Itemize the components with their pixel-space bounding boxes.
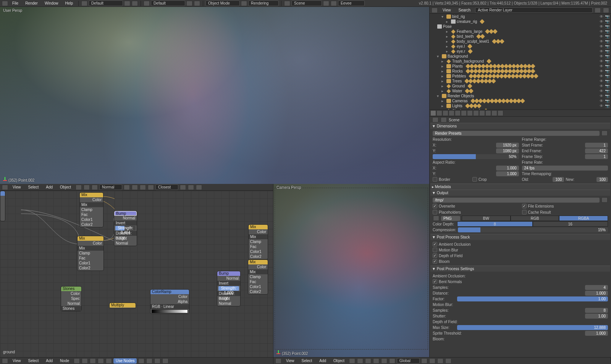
tab-render-layers[interactable] [436, 110, 442, 116]
visibility-toggles[interactable]: 👁📷 [600, 108, 609, 110]
sb-menu-add[interactable]: Add [43, 358, 56, 364]
expand-icon[interactable]: ▸ [446, 34, 450, 39]
outliner-type-icon[interactable] [432, 8, 438, 13]
fps[interactable]: 24 fps [522, 166, 608, 171]
ne-icon-2[interactable] [84, 185, 90, 190]
ne-icon-10[interactable] [196, 185, 202, 190]
scene-select[interactable]: Scene [291, 0, 322, 6]
tree-row[interactable]: Pose👁📷 [430, 24, 611, 29]
app-icon[interactable] [2, 1, 8, 6]
sb2-i9[interactable] [437, 358, 443, 364]
sb2-i1[interactable] [349, 358, 355, 364]
node-mix-1[interactable]: Mix Color Mix Clamp Fac Color1 Color2 [79, 192, 103, 227]
ne-menu-add[interactable]: Add [43, 184, 56, 190]
tree-row[interactable]: ▸Plants👁📷 [430, 64, 611, 69]
chk-ext[interactable] [522, 204, 527, 208]
expand-icon[interactable]: ▸ [446, 39, 450, 44]
node-colorramp[interactable]: ColorRamp Color Alpha RGB · Linear [150, 289, 189, 314]
expand-icon[interactable]: ▸ [441, 108, 445, 110]
filter-icon-2[interactable] [603, 8, 609, 13]
tab-particles[interactable] [491, 110, 497, 116]
visibility-toggles[interactable]: 👁📷 [600, 93, 609, 98]
ne-icon-9[interactable] [188, 185, 194, 190]
sb-i6[interactable] [138, 358, 144, 364]
sb-i3[interactable] [90, 358, 96, 364]
mb-shutter[interactable]: 1.00 [585, 314, 608, 319]
tree-row[interactable]: ▸creature_rig👁📷 [430, 19, 611, 24]
panel-output[interactable]: ▼ Output [430, 190, 610, 196]
ne-icon-5[interactable] [132, 185, 138, 190]
sb2-menu-select[interactable]: Select [299, 358, 315, 364]
tree-row[interactable]: ▸Water👁📷 [430, 89, 611, 93]
visibility-toggles[interactable]: 👁📷 [600, 24, 609, 29]
node-stones[interactable]: Stones Color Spec Normal Stones [61, 286, 82, 311]
filter-icon[interactable] [595, 8, 601, 13]
chk-mb[interactable] [433, 248, 437, 252]
shading-select[interactable]: Rendering [248, 0, 279, 6]
expand-icon[interactable]: ▸ [441, 59, 445, 64]
visibility-toggles[interactable]: 👁📷 [600, 103, 609, 108]
expand-icon[interactable]: ▸ [441, 98, 445, 103]
tab-object[interactable] [455, 110, 461, 116]
add-icon-2[interactable] [186, 1, 192, 6]
screen-layout-2[interactable]: Default [151, 0, 185, 6]
workspace-icon[interactable] [144, 1, 150, 6]
sb2-i10[interactable] [445, 358, 451, 364]
ne-icon-3[interactable] [92, 185, 98, 190]
tree-row[interactable]: ▸body_sculpt_level1👁📷 [430, 39, 611, 44]
mode-btn[interactable] [241, 1, 247, 6]
expand-icon[interactable]: ▸ [441, 79, 445, 84]
chk-bloom[interactable] [433, 259, 437, 264]
viewport-3d[interactable]: User Persp (352) Point.002 [0, 7, 429, 184]
compression[interactable]: 15% [458, 227, 608, 232]
node-mix-3[interactable]: Mix Color Mix Clamp Fac Color1 Color2 [248, 224, 268, 259]
folder-icon[interactable] [601, 197, 608, 203]
menu-render[interactable]: Render [22, 0, 41, 6]
tab-render[interactable] [430, 110, 436, 116]
visibility-toggles[interactable]: 👁📷 [600, 29, 609, 34]
tree-row[interactable]: ▸Trash_background👁📷 [430, 59, 611, 64]
mode-select[interactable]: Object Mode [205, 0, 240, 6]
sb2-menu-object[interactable]: Object [330, 358, 348, 364]
expand-icon[interactable]: ▸ [441, 84, 445, 89]
remap-new[interactable]: 100 [596, 177, 608, 182]
visibility-toggles[interactable]: 👁📷 [600, 84, 609, 89]
ne-menu-select[interactable]: Select [25, 184, 42, 190]
expand-icon[interactable]: ▸ [446, 44, 450, 49]
out-menu-view[interactable]: View [440, 7, 454, 13]
mb-samples[interactable]: 8 [585, 308, 608, 313]
tab-texture[interactable] [485, 110, 491, 116]
tree-row[interactable]: ▾Render Objects👁📷 [430, 93, 611, 98]
tab-physics[interactable] [498, 110, 503, 116]
output-path[interactable]: /tmp/ [433, 198, 600, 203]
scene-icon[interactable] [284, 1, 290, 6]
editor-type-icon[interactable] [2, 185, 8, 190]
out-menu-search[interactable]: Search [456, 7, 474, 13]
visibility-toggles[interactable]: 👁📷 [600, 64, 609, 69]
screen-icon[interactable] [81, 1, 87, 6]
color-ramp-gradient[interactable] [152, 309, 188, 313]
node-mix-4[interactable]: Mix Color Mix Clamp Fac Color1 Color2 [248, 259, 268, 295]
transform-orientation[interactable]: Global [397, 358, 420, 364]
sb2-menu-view[interactable]: View [283, 358, 297, 364]
chk-crop[interactable] [472, 177, 477, 182]
expand-icon[interactable]: ▸ [441, 64, 445, 69]
sb2-i8[interactable] [429, 358, 435, 364]
tree-row[interactable]: ▸Cameras👁📷 [430, 98, 611, 103]
sb2-i2[interactable] [357, 358, 363, 364]
aspect-x[interactable]: 1.000 [496, 166, 519, 171]
visibility-toggles[interactable]: 👁📷 [600, 34, 609, 39]
res-y[interactable]: 1080 px [496, 148, 519, 153]
expand-icon[interactable]: ▾ [437, 54, 441, 59]
visibility-toggles[interactable]: 👁📷 [600, 19, 609, 24]
visibility-toggles[interactable]: 👁📷 [600, 54, 609, 59]
res-x[interactable]: 1920 px [496, 143, 519, 148]
ao-distance[interactable]: 1.000 [585, 291, 608, 296]
expand-icon[interactable]: ▾ [437, 93, 441, 98]
chk-ao[interactable] [433, 242, 437, 246]
visibility-toggles[interactable]: 👁📷 [600, 79, 609, 84]
visibility-toggles[interactable]: 👁📷 [600, 49, 609, 54]
tree-row[interactable]: ▾bird_rig👁📷 [430, 14, 611, 19]
sb2-i6[interactable] [389, 358, 395, 364]
render-layer-select[interactable]: Active Render Layer [475, 7, 593, 13]
